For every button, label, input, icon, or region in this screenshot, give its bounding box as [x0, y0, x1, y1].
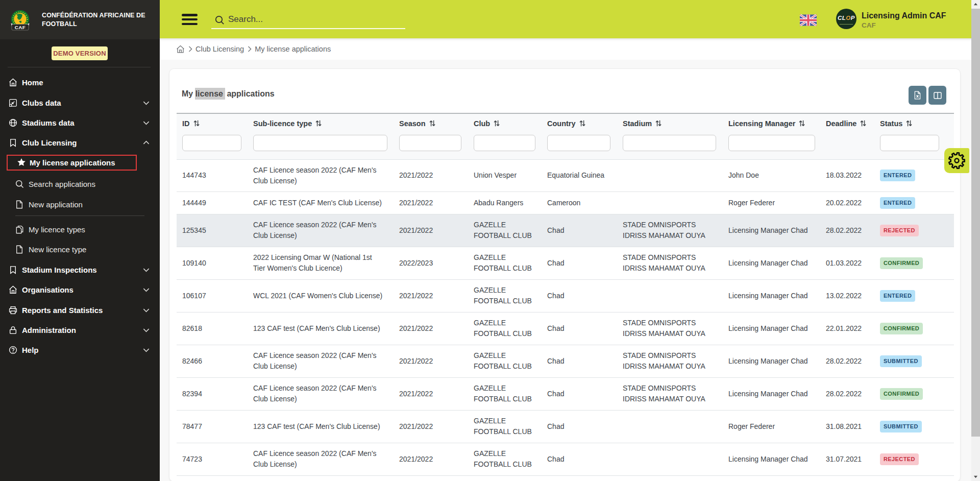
svg-text:CAF: CAF [15, 25, 26, 30]
